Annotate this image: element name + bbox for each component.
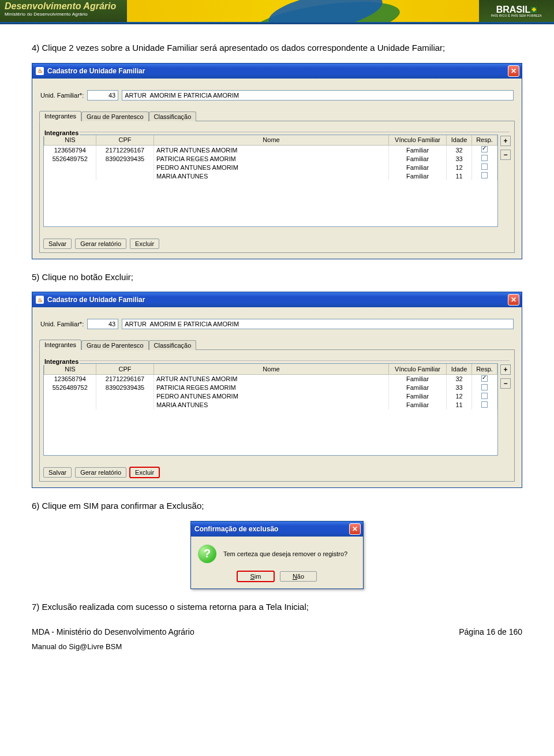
tabs: Integrantes Grau de Parentesco Classific…: [39, 340, 515, 350]
add-row-button[interactable]: +: [500, 136, 511, 146]
table-row[interactable]: MARIA ANTUNESFamiliar11: [44, 172, 497, 180]
close-button[interactable]: ✕: [508, 294, 519, 306]
java-icon: ♨: [36, 296, 44, 304]
table-row[interactable]: 552648975283902939435PATRICIA REGES AMOR…: [44, 383, 497, 392]
resp-checkbox[interactable]: [481, 163, 488, 170]
flag-icon: [531, 7, 537, 13]
tab-grau-parentesco[interactable]: Grau de Parentesco: [81, 111, 148, 121]
logo-tagline: PAÍS RICO É PAÍS SEM POBREZA: [491, 14, 542, 17]
dialog-message: Tem certeza que deseja remover o registr…: [223, 550, 347, 557]
gerar-relatorio-button[interactable]: Gerar relatório: [75, 239, 126, 249]
col-cpf[interactable]: CPF: [96, 135, 154, 146]
table-row[interactable]: 12365879421712296167ARTUR ANTUNES AMORIM…: [44, 374, 497, 383]
resp-checkbox[interactable]: [481, 172, 488, 178]
close-button[interactable]: ✕: [508, 65, 519, 77]
col-vinculo[interactable]: Vínculo Familiar: [389, 135, 447, 146]
titlebar[interactable]: ♨ Cadastro de Unidade Familiar ✕: [32, 64, 522, 79]
banner-subtitle: Ministério do Desenvolvimento Agrário: [5, 12, 122, 17]
excluir-button[interactable]: Excluir: [130, 239, 159, 249]
salvar-button[interactable]: Salvar: [43, 467, 72, 478]
unid-familiar-name-input[interactable]: [122, 319, 514, 329]
excluir-button-highlighted[interactable]: Excluir: [130, 467, 159, 478]
sim-button[interactable]: Sim: [237, 571, 274, 582]
fieldset-legend: Integrantes: [43, 358, 80, 365]
remove-row-button[interactable]: −: [500, 150, 511, 160]
java-icon: ♨: [36, 67, 44, 75]
footer-manual: Manual do Sig@Livre BSM: [32, 642, 522, 651]
logo-text: BRASIL: [496, 5, 531, 14]
page-footer: MDA - Ministério do Desenvolvimento Agrá…: [0, 627, 554, 662]
tab-classificacao[interactable]: Classificação: [149, 111, 197, 121]
col-resp[interactable]: Resp.: [472, 135, 497, 146]
instruction-step-7: 7) Exclusão realizada com sucesso o sist…: [32, 601, 522, 614]
banner-decor: [127, 0, 479, 22]
question-icon: ?: [198, 545, 216, 563]
banner-logo: BRASIL PAÍS RICO É PAÍS SEM POBREZA: [479, 0, 554, 22]
tab-grau-parentesco[interactable]: Grau de Parentesco: [81, 340, 148, 350]
col-idade[interactable]: Idade: [447, 135, 472, 146]
dialog-close-button[interactable]: ✕: [349, 523, 361, 535]
cadastro-window-2: ♨ Cadastro de Unidade Familiar ✕ Unid. F…: [32, 292, 522, 488]
window-title: Cadastro de Unidade Familiar: [47, 67, 508, 75]
tab-integrantes[interactable]: Integrantes: [39, 111, 81, 121]
table-row[interactable]: 12365879421712296167ARTUR ANTUNES AMORIM…: [44, 146, 497, 155]
resp-checkbox[interactable]: [481, 155, 488, 161]
table-row[interactable]: 552648975283902939435PATRICIA REGES AMOR…: [44, 154, 497, 163]
gerar-relatorio-button[interactable]: Gerar relatório: [75, 467, 126, 478]
footer-page: Página 16 de 160: [459, 627, 522, 636]
tabs: Integrantes Grau de Parentesco Classific…: [39, 111, 515, 121]
col-nome[interactable]: Nome: [154, 135, 389, 146]
label-unid-familiar: Unid. Familiar*:: [40, 92, 84, 99]
banner-title: Desenvolvimento Agrário: [5, 1, 122, 12]
dialog-title: Confirmação de exclusão: [194, 525, 349, 533]
banner-brand: Desenvolvimento Agrário Ministério do De…: [0, 0, 127, 22]
resp-checkbox[interactable]: [481, 401, 488, 408]
fieldset-legend: Integrantes: [43, 129, 80, 136]
instruction-step-5: 5) Clique no botão Excluir;: [32, 271, 522, 284]
dialog-titlebar[interactable]: Confirmação de exclusão ✕: [191, 522, 363, 537]
instruction-step-6: 6) Clique em SIM para confirmar a Exclus…: [32, 500, 522, 513]
cadastro-window-1: ♨ Cadastro de Unidade Familiar ✕ Unid. F…: [32, 63, 522, 259]
instruction-step-4: 4) Clique 2 vezes sobre a Unidade Famili…: [32, 42, 522, 55]
unid-familiar-id-input[interactable]: [87, 319, 118, 329]
col-resp[interactable]: Resp.: [472, 364, 497, 374]
resp-checkbox[interactable]: [481, 393, 488, 399]
unid-familiar-name-input[interactable]: [122, 90, 514, 100]
confirm-delete-dialog: Confirmação de exclusão ✕ ? Tem certeza …: [190, 521, 364, 589]
resp-checkbox[interactable]: [481, 146, 488, 152]
table-row[interactable]: PEDRO ANTUNES AMORIMFamiliar12: [44, 392, 497, 401]
table-row[interactable]: MARIA ANTUNESFamiliar11: [44, 401, 497, 409]
page-header-banner: Desenvolvimento Agrário Ministério do De…: [0, 0, 554, 22]
col-nis[interactable]: NIS: [44, 364, 96, 374]
remove-row-button[interactable]: −: [500, 378, 511, 389]
window-title: Cadastro de Unidade Familiar: [47, 296, 508, 304]
integrantes-grid[interactable]: NIS CPF Nome Vínculo Familiar Idade Resp…: [43, 363, 498, 456]
add-row-button[interactable]: +: [500, 364, 511, 375]
col-nis[interactable]: NIS: [44, 135, 96, 146]
nao-button[interactable]: Não: [280, 571, 317, 582]
col-nome[interactable]: Nome: [154, 364, 389, 374]
integrantes-grid[interactable]: NIS CPF Nome Vínculo Familiar Idade Resp…: [43, 135, 498, 227]
titlebar[interactable]: ♨ Cadastro de Unidade Familiar ✕: [32, 292, 522, 307]
tab-integrantes[interactable]: Integrantes: [39, 340, 81, 350]
tab-classificacao[interactable]: Classificação: [149, 340, 197, 350]
col-vinculo[interactable]: Vínculo Familiar: [389, 364, 447, 374]
label-unid-familiar: Unid. Familiar*:: [40, 321, 84, 327]
footer-org: MDA - Ministério do Desenvolvimento Agrá…: [32, 627, 194, 636]
resp-checkbox[interactable]: [481, 375, 488, 382]
unid-familiar-id-input[interactable]: [87, 90, 118, 100]
col-idade[interactable]: Idade: [447, 364, 472, 374]
resp-checkbox[interactable]: [481, 384, 488, 390]
salvar-button[interactable]: Salvar: [43, 239, 72, 249]
table-row[interactable]: PEDRO ANTUNES AMORIMFamiliar12: [44, 163, 497, 172]
col-cpf[interactable]: CPF: [96, 364, 154, 374]
